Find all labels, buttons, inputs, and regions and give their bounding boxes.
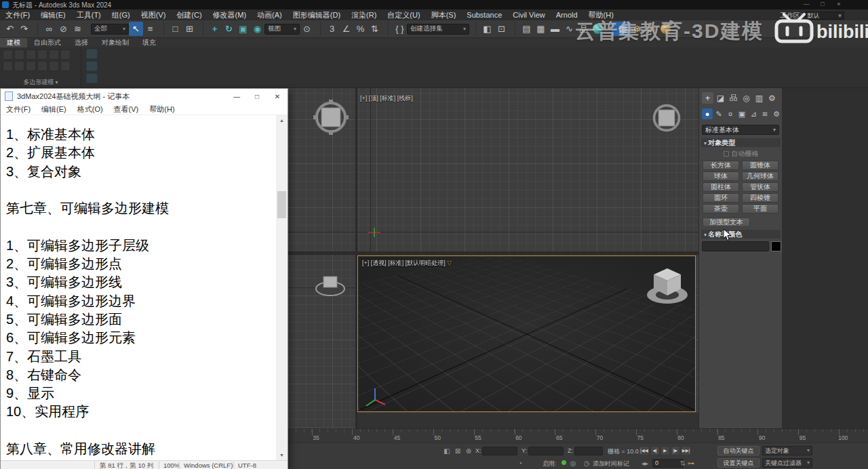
lights-category-icon[interactable]: ¤ xyxy=(725,108,736,119)
select-object-icon[interactable]: ↖ xyxy=(129,22,143,36)
primitive-button[interactable]: 平面 xyxy=(742,204,778,213)
max-minimize-button[interactable]: — xyxy=(800,1,812,7)
menu-item[interactable]: 修改器(M) xyxy=(208,10,252,20)
menu-item[interactable]: 自定义(U) xyxy=(382,10,425,20)
named-sets-dropdown[interactable]: 创建选择集 xyxy=(407,24,469,35)
menu-item[interactable]: 工具(T) xyxy=(71,10,106,20)
select-and-link-icon[interactable]: ∞ xyxy=(37,22,56,36)
selected-filter-dropdown[interactable]: 选定对象 xyxy=(762,446,812,455)
max-maximize-button[interactable]: □ xyxy=(816,1,829,7)
notepad-close-button[interactable]: ✕ xyxy=(267,93,288,100)
top-viewport-label[interactable]: [+] [顶] [标准] [线框] xyxy=(360,94,413,103)
align-icon[interactable]: ⊡ xyxy=(494,22,509,36)
utilities-tab-icon[interactable]: ⚙ xyxy=(766,92,778,104)
primitive-button[interactable]: 几何球体 xyxy=(742,171,778,181)
notepad-content[interactable]: 1、标准基本体2、扩展基本体3、复合对象第七章、可编辑多边形建模1、可编辑多边形… xyxy=(1,115,276,460)
viewport-area[interactable]: [+] [顶] [标准] [线框] xyxy=(288,88,698,428)
ribbon-tab[interactable]: 选择 xyxy=(68,38,95,47)
ribbon-tab[interactable]: 填充 xyxy=(136,38,163,47)
add-time-tag[interactable]: 添加时间标记 xyxy=(593,460,629,468)
scene-explorer-icon[interactable]: ▤ xyxy=(515,22,534,36)
perspective-label-text[interactable]: [+] [透视] [标准] [默认明暗处理] xyxy=(362,260,446,266)
display-tab-icon[interactable]: ▥ xyxy=(753,92,765,104)
notepad-maximize-button[interactable]: □ xyxy=(247,93,267,100)
notepad-menu-item[interactable]: 格式(O) xyxy=(72,104,108,115)
reference-coordinate-dropdown[interactable]: 视图 xyxy=(264,24,300,35)
notepad-menu-item[interactable]: 编辑(E) xyxy=(36,104,72,115)
menu-item[interactable]: 渲染(R) xyxy=(346,10,382,20)
loop-toggle-icon[interactable]: ◎ xyxy=(568,458,578,468)
use-pivot-center-icon[interactable]: ⊙ xyxy=(300,22,314,36)
playback-button[interactable]: ◀| xyxy=(650,446,660,455)
select-and-move-icon[interactable]: + xyxy=(203,22,222,36)
motion-tab-icon[interactable]: ◎ xyxy=(741,92,752,104)
primitive-button[interactable]: 茶壶 xyxy=(703,204,739,213)
select-and-scale-icon[interactable]: ▣ xyxy=(236,22,250,36)
notepad-scrollbar[interactable]: ▲ ▼ xyxy=(276,115,288,460)
teapot-top-view[interactable] xyxy=(313,100,349,135)
textplus-button[interactable]: 加强型文本 xyxy=(703,218,750,227)
notepad-minimize-button[interactable]: — xyxy=(226,93,247,100)
viewport-filter-icon[interactable]: ▽ xyxy=(447,260,452,266)
playback-button[interactable]: ▶ xyxy=(660,446,670,455)
redo-icon[interactable]: ↷ xyxy=(17,22,31,36)
playback-button[interactable]: |◀◀ xyxy=(639,446,650,455)
menu-item[interactable]: Substance xyxy=(461,11,507,19)
primitive-button[interactable]: 圆柱体 xyxy=(703,182,739,192)
transform-offset-icon[interactable]: ⊕ xyxy=(464,446,473,455)
perspective-viewport[interactable]: [+] [透视] [标准] [默认明暗处理] ▽ xyxy=(357,256,696,412)
scrollb-thumb[interactable] xyxy=(277,191,286,218)
shapes-category-icon[interactable]: ✎ xyxy=(713,108,724,119)
selection-filter-dropdown[interactable]: 全部 xyxy=(91,24,129,35)
isolate-selection-icon[interactable]: ◧ xyxy=(442,446,452,455)
primitive-button[interactable]: 圆环 xyxy=(703,193,739,203)
systems-category-icon[interactable]: ⚙ xyxy=(771,108,782,119)
undo-icon[interactable]: ↶ xyxy=(3,22,17,36)
y-coord-field[interactable] xyxy=(528,447,564,455)
mirror-icon[interactable]: ◧ xyxy=(475,22,494,36)
notepad-menu-item[interactable]: 文件(F) xyxy=(1,104,36,115)
layer-explorer-icon[interactable]: ▦ xyxy=(534,22,548,36)
menu-item[interactable]: 编辑(E) xyxy=(35,10,71,20)
autogrid-checkbox[interactable] xyxy=(724,151,729,157)
notepad-titlebar[interactable]: 3dMax2024基础视频大纲 - 记事本 — □ ✕ xyxy=(1,89,288,104)
playback-button[interactable]: ▶▶| xyxy=(681,446,692,455)
ribbon-tab[interactable]: 对象绘制 xyxy=(95,38,136,47)
select-and-rotate-icon[interactable]: ↻ xyxy=(222,22,236,36)
selection-lock-icon[interactable]: ⊠ xyxy=(453,446,462,455)
cameras-category-icon[interactable]: ▣ xyxy=(736,108,747,119)
primitive-button[interactable]: 四棱锥 xyxy=(742,193,778,203)
menu-item[interactable]: 脚本(S) xyxy=(426,10,462,20)
menu-item[interactable]: Civil View xyxy=(507,11,550,19)
percent-snap-icon[interactable]: % xyxy=(353,22,368,36)
select-by-name-icon[interactable]: ≡ xyxy=(143,22,157,36)
create-tab-icon[interactable]: + xyxy=(702,92,713,104)
mini-curve-editor-icon[interactable]: ◔ xyxy=(515,458,525,468)
key-filters-button[interactable]: 关键点过滤器 xyxy=(762,458,812,468)
frame-step-icon[interactable]: ◂▸ xyxy=(640,458,650,468)
teapot-front-view[interactable] xyxy=(314,272,347,297)
z-coord-field[interactable] xyxy=(574,447,603,455)
ribbon-tab[interactable]: 建模 xyxy=(0,38,27,47)
notepad-menu-item[interactable]: 帮助(H) xyxy=(144,104,180,115)
menu-item[interactable]: 创建(C) xyxy=(171,10,207,20)
key-mode-icon[interactable]: ⊶ xyxy=(686,458,696,468)
object-color-swatch[interactable] xyxy=(771,241,781,251)
select-and-place-icon[interactable]: ◉ xyxy=(250,22,264,36)
set-key-button[interactable]: 设置关键点 xyxy=(717,458,760,468)
ribbon-group-label[interactable]: 多边形建模 xyxy=(1,78,80,87)
hierarchy-tab-icon[interactable]: 品 xyxy=(728,92,739,104)
menu-item[interactable]: 图形编辑器(D) xyxy=(288,10,346,20)
ribbon-tab[interactable]: 自由形式 xyxy=(27,38,68,47)
helpers-category-icon[interactable]: ⊿ xyxy=(748,108,759,119)
angle-snap-icon[interactable]: ∠ xyxy=(339,22,353,36)
primitive-category-dropdown[interactable]: 标准基本体 xyxy=(702,125,779,135)
x-coord-field[interactable] xyxy=(482,447,517,455)
perspective-viewport-label[interactable]: [+] [透视] [标准] [默认明暗处理] ▽ xyxy=(362,259,452,268)
primitive-button[interactable]: 球体 xyxy=(703,171,739,181)
geometry-category-icon[interactable]: ● xyxy=(702,108,713,119)
max-close-button[interactable]: × xyxy=(833,1,845,7)
object-type-rollout[interactable]: 对象类型 xyxy=(701,138,781,147)
notepad-menu-item[interactable]: 查看(V) xyxy=(108,104,144,115)
auto-key-button[interactable]: 自动关键点 xyxy=(717,446,760,455)
